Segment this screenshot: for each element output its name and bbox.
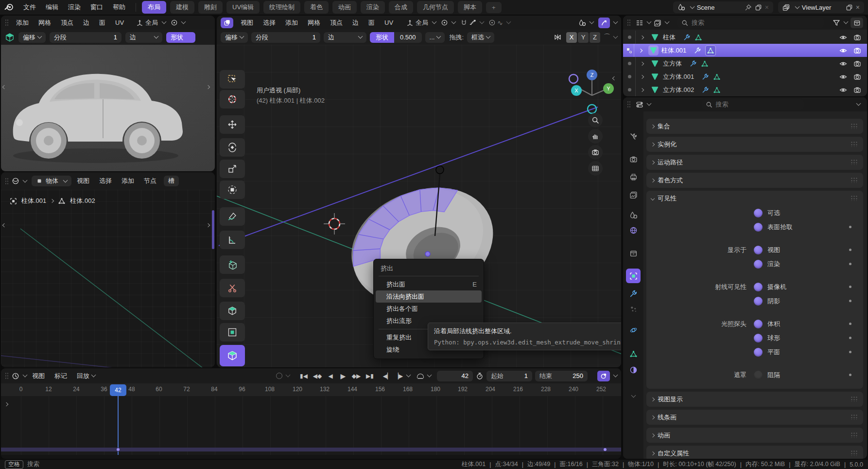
timeline-scrollbar[interactable]: [1, 455, 621, 459]
decorator-dot[interactable]: [849, 300, 851, 302]
breadcrumb-data[interactable]: 柱体.002: [70, 197, 95, 205]
navigation-gizmo[interactable]: Z Y X: [565, 64, 618, 118]
panel-viewport-display[interactable]: 视图显示: [646, 392, 863, 407]
decorator-dot[interactable]: [849, 374, 851, 376]
menu-edge[interactable]: 边: [79, 17, 94, 29]
workspace-tab-uv[interactable]: UV编辑: [226, 1, 260, 14]
play-reverse-button[interactable]: ◀: [325, 371, 336, 381]
hide-eye-icon[interactable]: [839, 86, 847, 94]
shader-canvas[interactable]: 柱体.001 柱体.002: [1, 190, 215, 367]
car-model[interactable]: [1, 45, 215, 171]
panel-drag-dots[interactable]: [851, 159, 858, 165]
tab-collection[interactable]: [626, 246, 641, 260]
modifier-wrench-icon[interactable]: [702, 86, 709, 93]
workspace-tab-rendering[interactable]: 渲染: [361, 1, 385, 14]
timeline-ruler[interactable]: 0 12 24 36 48 60 72 84 96 108 120 132 14…: [1, 383, 621, 396]
jump-to-start-button[interactable]: ▮◀: [297, 371, 310, 381]
filter-button[interactable]: [833, 19, 848, 27]
tab-material[interactable]: [626, 362, 641, 377]
menu-uv[interactable]: UV: [111, 18, 128, 28]
orientation-selector[interactable]: 全局: [406, 18, 436, 27]
modifier-wrench-icon[interactable]: [683, 34, 691, 41]
panel-drag-dots[interactable]: [851, 396, 858, 402]
menu-item-extrude-individual[interactable]: 挤出各个面: [374, 303, 484, 315]
add-workspace-button[interactable]: +: [486, 2, 502, 13]
object-name[interactable]: 柱体.001: [661, 46, 686, 55]
offset-type-select[interactable]: 偏移: [221, 32, 248, 43]
snap-toggle[interactable]: [460, 19, 484, 26]
new-collection-button[interactable]: [851, 18, 863, 28]
modifier-wrench-icon[interactable]: [702, 73, 709, 80]
snap-target-icon[interactable]: [469, 19, 476, 26]
decorator-dot[interactable]: [849, 263, 851, 265]
panel-line-art[interactable]: 线条画: [646, 410, 863, 425]
workspace-tab-modeling[interactable]: 建模: [170, 1, 194, 14]
workspace-tab-scripting[interactable]: 脚本: [458, 1, 482, 14]
outliner-row-cylinder-001-selected[interactable]: 柱体.001: [623, 44, 867, 57]
tab-tool[interactable]: [626, 129, 641, 144]
panel-instancing[interactable]: 实例化: [646, 137, 863, 152]
panel-shading[interactable]: 着色方式: [646, 173, 863, 188]
tool-extrude-region[interactable]: [220, 302, 245, 320]
menu-add[interactable]: 添加: [117, 175, 139, 187]
render-camera-icon[interactable]: [853, 86, 861, 94]
timeline-tracks[interactable]: [1, 396, 621, 459]
pivot-selector[interactable]: [441, 19, 455, 26]
checkbox-ray-shadow[interactable]: [754, 297, 763, 306]
drag-grip[interactable]: [627, 101, 631, 108]
panel-animation[interactable]: 动画: [646, 428, 863, 443]
editor-type-button[interactable]: [221, 18, 233, 28]
shape-toggle[interactable]: 形状: [166, 32, 195, 43]
keyframe-dot[interactable]: [604, 448, 607, 451]
segments-field[interactable]: 分段1: [251, 32, 320, 43]
outliner-row-cube[interactable]: 立方体: [623, 57, 867, 70]
tool-inset-faces[interactable]: [220, 323, 245, 342]
channel-expand-icon[interactable]: [4, 402, 8, 406]
decorator-dot[interactable]: [849, 323, 851, 325]
menu-edit[interactable]: 编辑: [41, 1, 63, 13]
workspace-tab-compositing[interactable]: 合成: [389, 1, 413, 14]
checkbox-surface-pick[interactable]: [754, 223, 763, 232]
menu-view[interactable]: 视图: [72, 175, 94, 187]
mesh-data-icon[interactable]: [713, 86, 721, 94]
expand-icon[interactable]: [640, 74, 644, 78]
object-name[interactable]: 立方体.001: [663, 72, 694, 81]
hide-eye-icon[interactable]: [839, 47, 847, 54]
tool-measure[interactable]: [220, 231, 245, 249]
symmetry-y-toggle[interactable]: Y: [578, 32, 589, 43]
tab-render[interactable]: [626, 152, 641, 166]
scene-selector[interactable]: Scene ×: [673, 1, 773, 13]
checkbox-probe-volume[interactable]: [754, 320, 763, 328]
remove-viewlayer-icon[interactable]: ×: [856, 3, 860, 11]
menu-add[interactable]: 添加: [12, 17, 33, 29]
display-mode-button[interactable]: [654, 19, 669, 27]
record-toggle[interactable]: [276, 373, 290, 379]
render-camera-icon[interactable]: [853, 47, 861, 54]
checkbox-selectable[interactable]: [754, 209, 763, 217]
workspace-tab-texpaint[interactable]: 纹理绘制: [263, 1, 300, 14]
preview-range-toggle[interactable]: [417, 374, 431, 378]
profile-select[interactable]: 边: [324, 32, 366, 43]
tabs-overflow-chevron-icon[interactable]: [631, 393, 636, 398]
viewport-canvas[interactable]: 用户透视 (局部) (42) 柱体.001 | 柱体.002: [217, 45, 621, 367]
camera-view-button[interactable]: [588, 145, 603, 160]
object-name[interactable]: 立方体.002: [663, 86, 694, 94]
frame-end-field[interactable]: 结束250: [535, 371, 588, 381]
expand-icon[interactable]: [640, 61, 644, 65]
tool-3d-cursor[interactable]: [220, 90, 245, 108]
frame-start-field[interactable]: 起始1: [486, 371, 532, 381]
panel-motion-paths[interactable]: 运动路径: [646, 155, 863, 170]
panel-drag-dots[interactable]: [851, 141, 858, 147]
checkbox-probe-sphere[interactable]: [754, 334, 763, 343]
menu-item-extrude-faces[interactable]: 挤出面E: [374, 278, 484, 290]
mesh-data-icon[interactable]: [713, 73, 721, 81]
segments-field[interactable]: 分段1: [50, 32, 122, 43]
menu-select[interactable]: 选择: [95, 175, 116, 187]
editor-type-button[interactable]: [12, 372, 27, 380]
checkbox-holdout[interactable]: [754, 371, 763, 379]
unlink-scene-icon[interactable]: ×: [765, 3, 769, 11]
panel-custom-properties[interactable]: 自定义属性: [646, 446, 863, 459]
summary-track[interactable]: [1, 448, 621, 451]
menu-render[interactable]: 渲染: [64, 1, 85, 13]
workspace-tab-layout[interactable]: 布局: [142, 1, 166, 14]
